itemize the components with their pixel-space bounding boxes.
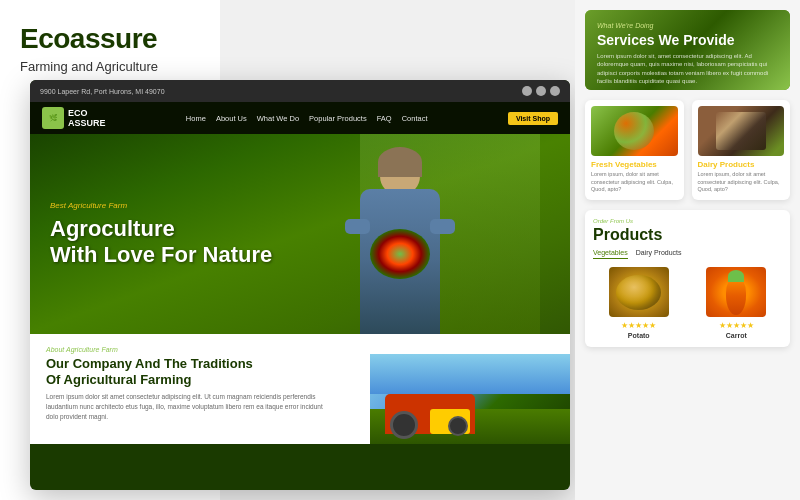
product-carrot: ★★★★★ Carrot — [691, 267, 783, 339]
products-grid: ★★★★★ Potato ★★★★★ Carrot — [593, 267, 782, 339]
farmer-left-arm — [345, 219, 370, 234]
nav-home[interactable]: Home — [186, 114, 206, 123]
carrot-name: Carrot — [691, 332, 783, 339]
right-panel: What We're Doing Services We Provide Lor… — [575, 0, 800, 500]
tractor-wheel-back — [390, 411, 418, 439]
facebook-icon — [522, 86, 532, 96]
nav-links: Home About Us What We Do Popular Product… — [186, 114, 428, 123]
vegetables-card-text: Lorem ipsum, dolor sit amet consectetur … — [591, 171, 678, 194]
dairy-card-text: Lorem ipsum, dolor sit amet consectetur … — [698, 171, 785, 194]
tab-vegetables[interactable]: Vegetables — [593, 249, 628, 259]
site-mockup: 9900 Lapeer Rd, Port Hurons, MI 49070 🌿 … — [30, 80, 570, 490]
tractor-image — [370, 354, 570, 444]
nav-contact[interactable]: Contact — [402, 114, 428, 123]
products-tabs: Vegetables Dairy Products — [593, 249, 782, 259]
navbar: 🌿 ECOASSURE Home About Us What We Do Pop… — [30, 102, 570, 134]
logo-text: ECOASSURE — [68, 108, 106, 128]
topbar-social-icons — [522, 86, 560, 96]
farmer-figure — [350, 139, 450, 334]
about-text: Lorem ipsum dolor sit amet consectetur a… — [46, 392, 325, 421]
hero-small-label: Best Agriculture Farm — [50, 201, 272, 210]
tab-dairy[interactable]: Dairy Products — [636, 249, 682, 259]
hero-section: Best Agriculture Farm Agroculture With L… — [30, 134, 570, 334]
topbar: 9900 Lapeer Rd, Port Hurons, MI 49070 — [30, 80, 570, 102]
nav-faq[interactable]: FAQ — [377, 114, 392, 123]
dairy-card-title: Dairy Products — [698, 160, 785, 169]
hero-title-line1: Agroculture — [50, 216, 175, 241]
vegetable-bundle — [370, 229, 430, 279]
logo-icon: 🌿 — [42, 107, 64, 129]
brand-title: Ecoassure — [20, 24, 200, 55]
hero-title-line2: With Love For Nature — [50, 242, 272, 267]
tractor-wheel-front — [448, 416, 468, 436]
nav-logo: 🌿 ECOASSURE — [42, 107, 106, 129]
services-description: Lorem ipsum dolor sit, amet consectetur … — [597, 52, 778, 86]
potato-image — [609, 267, 669, 317]
visit-shop-button[interactable]: Visit Shop — [508, 112, 558, 125]
hero-content: Best Agriculture Farm Agroculture With L… — [30, 201, 292, 267]
about-label: About Agriculture Farm — [46, 346, 325, 353]
carrot-stars: ★★★★★ — [691, 321, 783, 330]
product-cards-row: Fresh Vegetables Lorem ipsum, dolor sit … — [585, 100, 790, 200]
veggies-visual — [614, 112, 654, 150]
hero-title: Agroculture With Love For Nature — [50, 216, 272, 267]
vegetables-card-image — [591, 106, 678, 156]
sky-bg — [370, 354, 570, 394]
potato-stars: ★★★★★ — [593, 321, 685, 330]
services-label: What We're Doing — [597, 22, 778, 29]
nav-products[interactable]: Popular Products — [309, 114, 367, 123]
products-title: Products — [593, 226, 782, 244]
about-section: About Agriculture Farm Our Company And T… — [30, 334, 570, 444]
farmer-right-arm — [430, 219, 455, 234]
nav-about[interactable]: About Us — [216, 114, 247, 123]
carrot-image — [706, 267, 766, 317]
twitter-icon — [536, 86, 546, 96]
nav-what-we-do[interactable]: What We Do — [257, 114, 299, 123]
products-intro: Order From Us — [593, 218, 782, 224]
product-potato: ★★★★★ Potato — [593, 267, 685, 339]
carrot-body — [726, 277, 746, 315]
products-section: Order From Us Products Vegetables Dairy … — [585, 210, 790, 347]
brand-subtitle: Farming and Agriculture — [20, 59, 200, 74]
carrot-top — [728, 270, 744, 282]
services-title: Services We Provide — [597, 32, 778, 48]
about-title: Our Company And The Traditions Of Agricu… — [46, 356, 325, 387]
farmer-hair — [378, 147, 422, 177]
about-content: About Agriculture Farm Our Company And T… — [46, 346, 325, 421]
fresh-vegetables-card: Fresh Vegetables Lorem ipsum, dolor sit … — [585, 100, 684, 200]
services-card: What We're Doing Services We Provide Lor… — [585, 10, 790, 90]
dairy-card-image — [698, 106, 785, 156]
vegetables-card-title: Fresh Vegetables — [591, 160, 678, 169]
carrot-visual — [721, 270, 751, 315]
topbar-address: 9900 Lapeer Rd, Port Hurons, MI 49070 — [40, 88, 165, 95]
instagram-icon — [550, 86, 560, 96]
dairy-visual — [716, 112, 766, 150]
dairy-products-card: Dairy Products Lorem ipsum, dolor sit am… — [692, 100, 791, 200]
potato-visual — [616, 275, 661, 310]
potato-name: Potato — [593, 332, 685, 339]
